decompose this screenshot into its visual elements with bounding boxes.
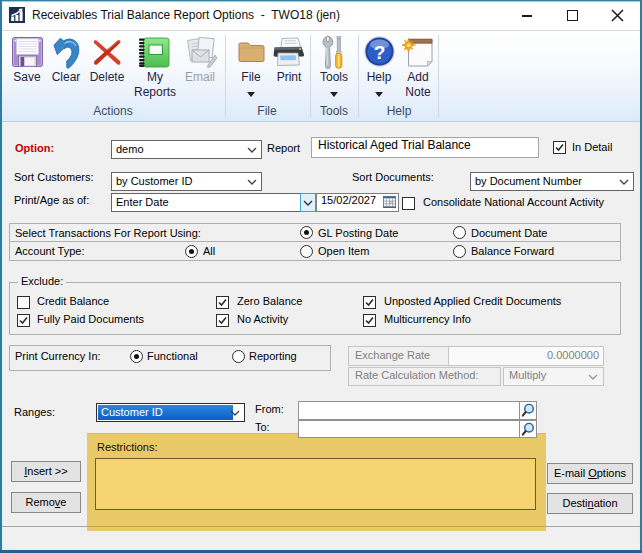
svg-text:?: ? (374, 42, 386, 63)
